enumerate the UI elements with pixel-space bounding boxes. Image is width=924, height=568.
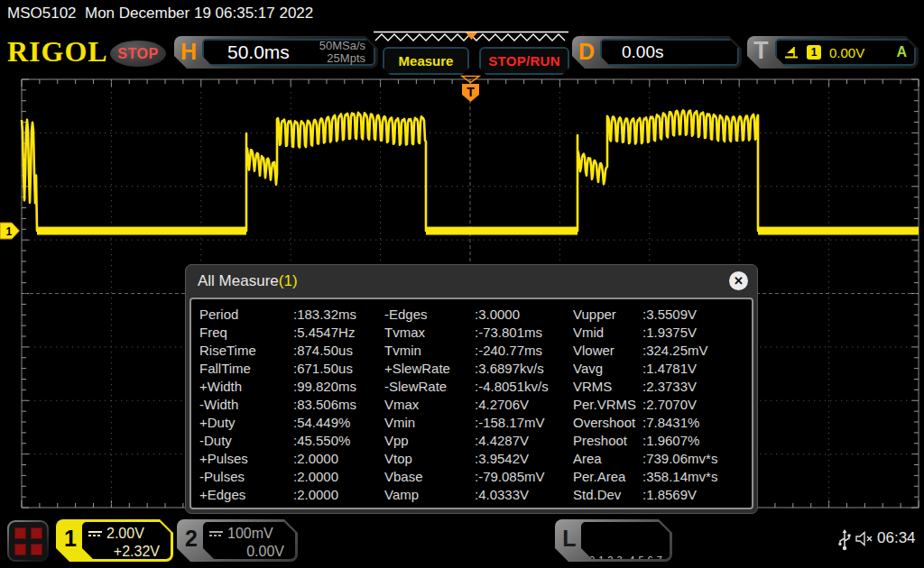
measure-label: Period xyxy=(199,306,293,324)
panel-source-count: (1) xyxy=(279,272,298,290)
usb-icon xyxy=(837,529,852,553)
svg-text:1: 1 xyxy=(6,225,13,238)
measure-label: Overshoot xyxy=(573,414,642,432)
measure-label: FallTime xyxy=(199,360,293,378)
measure-value: :83.506ms xyxy=(293,396,384,414)
channel1-scale: 2.00V xyxy=(106,525,144,543)
measure-label: Freq xyxy=(199,324,293,342)
measure-value: :-73.801ms xyxy=(475,324,573,342)
measure-label: Per.VRMS xyxy=(573,396,642,414)
timebase-value: 50.0ms xyxy=(227,41,290,63)
measure-value: :-4.8051kv/s xyxy=(475,378,573,396)
sample-rate: 50MSa/s xyxy=(319,40,365,52)
close-icon[interactable]: ✕ xyxy=(729,271,748,290)
model-and-datetime: MSO5102 Mon December 19 06:35:17 2022 xyxy=(7,5,313,23)
measure-value: :3.9542V xyxy=(475,450,573,468)
acquisition-state-badge[interactable]: STOP xyxy=(110,41,166,67)
horizontal-label: H xyxy=(180,39,197,65)
channel2-offset: 0.00V xyxy=(209,543,287,560)
channel2-widget[interactable]: 2 100mV 0.00V xyxy=(177,519,298,562)
measure-value: :4.0333V xyxy=(475,486,573,504)
measure-label: Std.Dev xyxy=(573,486,642,504)
measure-value: :5.4547Hz xyxy=(293,324,384,342)
all-measure-panel-header[interactable]: All Measure(1) ✕ xyxy=(186,265,757,298)
measure-label: VRMS xyxy=(573,378,642,396)
measure-label: -Pulses xyxy=(199,468,293,486)
measure-value: :99.820ms xyxy=(293,378,384,396)
measure-value: :2.0000 xyxy=(293,486,384,504)
measure-label: Tvmin xyxy=(384,342,475,360)
measure-label: Vlower xyxy=(573,342,642,360)
measure-value: :-158.17mV xyxy=(475,414,573,432)
logic-analyzer-widget[interactable]: L 0 1 2 3 4 5 6 7 8 9 10 11 12 13 14 15 xyxy=(555,519,672,562)
acquisition-state-label: STOP xyxy=(117,46,158,62)
ch1-ground-marker-icon[interactable]: 1 xyxy=(0,223,20,239)
measure-label: -Duty xyxy=(199,432,293,450)
measure-value: :7.8431% xyxy=(642,414,752,432)
trigger-source-badge: 1 xyxy=(807,45,821,60)
measure-value: :-240.77ms xyxy=(475,342,573,360)
measure-label: Tvmax xyxy=(384,324,475,342)
measure-value: :183.32ms xyxy=(293,306,384,324)
measure-label: Vmin xyxy=(384,414,475,432)
measure-value: :1.9607% xyxy=(642,432,752,450)
measure-label: Vavg xyxy=(573,360,642,378)
measure-label: Vamp xyxy=(384,486,475,504)
trigger-widget[interactable]: T 1 0.00V A xyxy=(747,36,919,69)
measure-value: :-79.085mV xyxy=(475,468,573,486)
panel-title: All Measure xyxy=(198,272,279,290)
measure-button-label: Measure xyxy=(399,53,454,69)
all-measure-panel: All Measure(1) ✕ Period:183.32ms-Edges:3… xyxy=(185,264,758,514)
clock: 06:34 xyxy=(877,529,916,547)
measurement-table: Period:183.32ms-Edges:3.0000Vupper:3.550… xyxy=(191,299,752,504)
measure-value: :671.50us xyxy=(293,360,384,378)
delay-widget[interactable]: D 0.00s xyxy=(572,36,742,69)
all-measure-panel-body: Period:183.32ms-Edges:3.0000Vupper:3.550… xyxy=(189,298,753,509)
measure-label: RiseTime xyxy=(199,342,293,360)
channel1-widget[interactable]: 1 2.00V +2.32V xyxy=(56,519,173,562)
trigger-edge-icon xyxy=(784,46,799,60)
measure-value: :1.9375V xyxy=(642,324,752,342)
main-menu-icon[interactable] xyxy=(7,520,49,562)
rigol-logo: RIGOL xyxy=(7,35,108,69)
stop-run-button-label: STOP/RUN xyxy=(488,53,560,69)
channel2-number: 2 xyxy=(180,526,202,552)
measure-value: :739.06mv*s xyxy=(642,450,752,468)
waveform-preview-strip[interactable] xyxy=(372,31,570,46)
measure-value: :2.0000 xyxy=(293,468,384,486)
measure-label: -SlewRate xyxy=(384,378,475,396)
measure-label: Area xyxy=(573,450,642,468)
measure-value: :4.4287V xyxy=(475,432,573,450)
measure-label: Vbase xyxy=(384,468,475,486)
measure-label: +Edges xyxy=(199,486,293,504)
speaker-muted-icon[interactable] xyxy=(855,531,873,547)
dc-coupling-icon xyxy=(88,531,102,536)
horizontal-timebase-widget[interactable]: H 50.0ms 50MSa/s 25Mpts xyxy=(174,36,378,69)
trigger-level-marker-icon[interactable]: T xyxy=(462,84,479,102)
measure-value: :2.3733V xyxy=(642,378,752,396)
measure-value: :54.449% xyxy=(293,414,384,432)
measure-label: Per.Area xyxy=(573,468,642,486)
logic-channels-row1: 0 1 2 3 4 5 6 7 xyxy=(589,554,670,567)
trigger-sweep-mode: A xyxy=(896,44,907,60)
bottom-bar: 1 2.00V +2.32V 2 100mV 0.00V L 0 1 2 3 4… xyxy=(0,514,924,568)
measure-label: -Edges xyxy=(384,306,475,324)
measure-value: :1.4781V xyxy=(642,360,752,378)
channel1-offset: +2.32V xyxy=(88,543,162,560)
logic-analyzer-label: L xyxy=(559,526,580,552)
measure-label: -Width xyxy=(199,396,293,414)
measure-value: :3.0000 xyxy=(475,306,573,324)
measure-label: Vupper xyxy=(573,306,642,324)
measure-label: +Pulses xyxy=(199,450,293,468)
measure-label: Vpp xyxy=(384,432,475,450)
measure-label: +SlewRate xyxy=(384,360,475,378)
dc-coupling-icon xyxy=(209,531,223,536)
trigger-label: T xyxy=(753,37,769,65)
measure-label: +Duty xyxy=(199,414,293,432)
stop-run-button[interactable]: STOP/RUN xyxy=(479,47,569,75)
measure-value: :324.25mV xyxy=(642,342,752,360)
measure-value: :2.7070V xyxy=(642,396,752,414)
measure-button[interactable]: Measure xyxy=(383,47,469,75)
channel2-scale: 100mV xyxy=(227,525,273,543)
measure-value: :874.50us xyxy=(293,342,384,360)
